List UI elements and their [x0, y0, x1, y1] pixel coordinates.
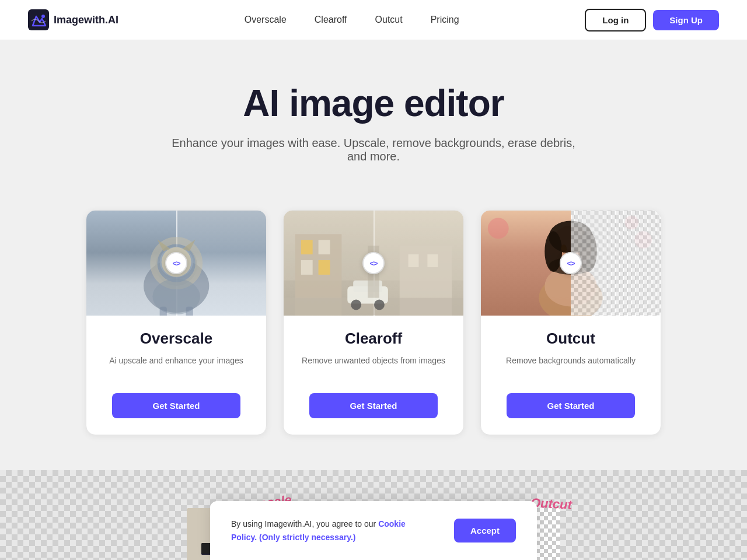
card-body-outcut: Outcut Remove backgrounds automatically …	[481, 316, 661, 435]
split-handle-overscale[interactable]: <>	[165, 252, 187, 274]
split-handle-icon-outcut: <>	[567, 259, 574, 268]
card-title-outcut: Outcut	[546, 330, 595, 348]
login-button[interactable]: Log in	[585, 9, 646, 32]
card-body-overscale: Overscale Ai upscale and enhance your im…	[86, 316, 266, 435]
svg-point-27	[351, 300, 361, 310]
svg-point-28	[374, 300, 385, 310]
brand-logo[interactable]: Imagewith.AI	[28, 9, 118, 30]
card-overscale: <> Overscale Ai upscale and enhance your…	[86, 210, 267, 435]
svg-rect-14	[186, 307, 193, 316]
cookie-text: By using Imagewith.AI, you agree to our …	[231, 517, 431, 544]
nav-link-clearoff[interactable]: Clearoff	[315, 15, 347, 25]
svg-point-1	[41, 15, 45, 18]
svg-rect-17	[301, 240, 313, 254]
cards-section: <> Overscale Ai upscale and enhance your…	[0, 187, 747, 470]
split-handle-icon-clearoff: <>	[369, 259, 377, 268]
svg-rect-20	[319, 260, 330, 275]
svg-rect-19	[301, 260, 313, 275]
card-body-clearoff: Clearoff Remove unwanted objects from im…	[284, 316, 463, 435]
cookie-text-before: By using Imagewith.AI, you agree to our	[231, 519, 378, 528]
card-desc-clearoff: Remove unwanted objects from images	[302, 355, 445, 379]
split-handle-icon: <>	[172, 259, 180, 268]
cookie-banner: By using Imagewith.AI, you agree to our …	[210, 501, 537, 560]
card-title-clearoff: Clearoff	[345, 330, 402, 348]
nav-actions: Log in Sign Up	[585, 9, 719, 32]
nav-link-outcut[interactable]: Outcut	[375, 15, 403, 25]
card-desc-overscale: Ai upscale and enhance your images	[109, 355, 243, 379]
card-image-outcut: <>	[481, 211, 661, 316]
card-outcut: <> Outcut Remove backgrounds automatical…	[480, 210, 661, 435]
card-desc-outcut: Remove backgrounds automatically	[506, 355, 636, 379]
nav-link-pricing[interactable]: Pricing	[431, 15, 459, 25]
card-image-overscale: <>	[86, 211, 266, 316]
navigation: Imagewith.AI Overscale Clearoff Outcut P…	[0, 0, 747, 40]
svg-rect-44	[571, 211, 661, 316]
cookie-accept-button[interactable]: Accept	[454, 519, 516, 542]
hero-subtitle: Enhance your images with ease. Upscale, …	[169, 136, 578, 163]
get-started-outcut[interactable]: Get Started	[507, 393, 635, 418]
get-started-overscale[interactable]: Get Started	[112, 393, 240, 418]
hero-section: AI image editor Enhance your images with…	[0, 40, 747, 187]
signup-button[interactable]: Sign Up	[653, 10, 719, 30]
nav-link-overscale[interactable]: Overscale	[245, 15, 287, 25]
logo-icon	[28, 9, 49, 30]
svg-rect-23	[427, 254, 438, 267]
nav-links: Overscale Clearoff Outcut Pricing	[245, 15, 459, 25]
brand-name: Imagewith.AI	[54, 14, 118, 26]
svg-rect-13	[159, 307, 166, 316]
svg-point-30	[488, 218, 509, 239]
split-handle-outcut[interactable]: <>	[560, 252, 582, 274]
card-title-overscale: Overscale	[140, 330, 212, 348]
get-started-clearoff[interactable]: Get Started	[309, 393, 438, 418]
hero-title: AI image editor	[28, 82, 719, 125]
card-image-clearoff: <>	[284, 211, 463, 316]
svg-point-41	[561, 244, 567, 253]
svg-rect-22	[409, 254, 419, 267]
split-handle-clearoff[interactable]: <>	[362, 252, 385, 274]
svg-rect-18	[319, 240, 330, 254]
card-clearoff: <> Clearoff Remove unwanted objects from…	[283, 210, 464, 435]
